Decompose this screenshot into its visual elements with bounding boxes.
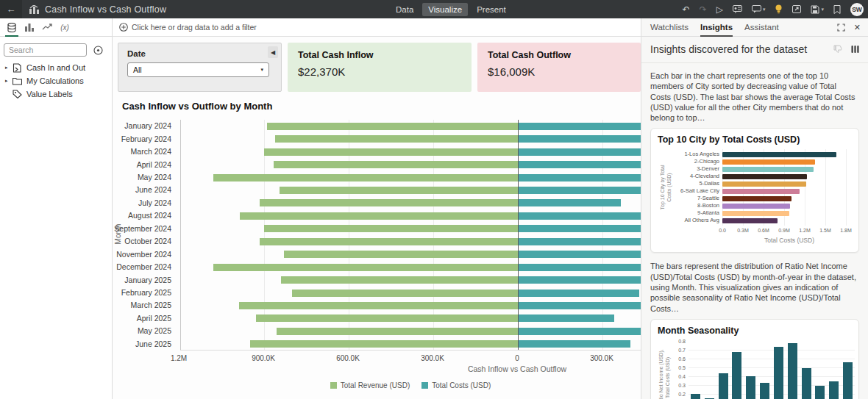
bar-total-revenue[interactable] xyxy=(267,123,518,130)
bar-total-costs[interactable] xyxy=(519,161,641,168)
bar-total-costs[interactable] xyxy=(519,264,641,271)
tab-assistant[interactable]: Assistant xyxy=(744,18,779,37)
bar-total-revenue[interactable] xyxy=(280,187,518,194)
search-input[interactable] xyxy=(4,43,87,57)
bar-segment[interactable] xyxy=(843,362,853,399)
bar-total-revenue[interactable] xyxy=(213,174,518,181)
kpi-total-cash-outflow[interactable]: Total Cash Outflow $16,009K xyxy=(477,43,641,92)
sidebar-item-cash-in-and-out[interactable]: ▸ Cash In and Out xyxy=(0,61,112,74)
insight-card-top10-city[interactable]: Top 10 City by Total Costs (USD) Top 10 … xyxy=(650,128,859,253)
bar-total-revenue[interactable] xyxy=(274,161,518,168)
bar-total-costs[interactable] xyxy=(519,328,641,335)
bar-total-costs[interactable] xyxy=(519,276,641,284)
save-icon[interactable]: ▾ xyxy=(811,5,824,14)
bar-segment[interactable] xyxy=(802,368,811,399)
tab-functions-panel[interactable]: (x) xyxy=(56,18,74,37)
target-icon[interactable] xyxy=(93,46,103,55)
tab-present[interactable]: Present xyxy=(471,3,512,16)
user-avatar[interactable]: SW xyxy=(850,3,864,16)
collapse-filter-button[interactable]: ◀ xyxy=(268,46,278,58)
close-icon[interactable]: ✕ xyxy=(854,23,861,32)
tab-data[interactable]: Data xyxy=(390,3,419,16)
bar-total-revenue[interactable] xyxy=(264,148,518,156)
bar-segment[interactable] xyxy=(722,211,789,216)
bar-total-costs[interactable] xyxy=(519,174,641,181)
bar-segment[interactable] xyxy=(719,373,728,399)
sidebar-item-value-labels[interactable]: Value Labels xyxy=(0,87,112,101)
undo-icon[interactable]: ↶ xyxy=(683,4,690,15)
bar-total-costs[interactable] xyxy=(519,225,641,232)
bar-segment[interactable] xyxy=(732,352,741,399)
bar-total-costs[interactable] xyxy=(519,123,641,130)
bar-total-costs[interactable] xyxy=(519,251,641,258)
bookmark-icon[interactable] xyxy=(833,5,841,14)
bar-total-costs[interactable] xyxy=(519,314,614,322)
bar-segment[interactable] xyxy=(722,152,836,157)
bar-total-revenue[interactable] xyxy=(260,238,518,245)
bar-total-costs[interactable] xyxy=(519,212,641,220)
bar-total-revenue[interactable] xyxy=(281,276,518,284)
bar-segment[interactable] xyxy=(722,159,815,165)
bar-total-costs[interactable] xyxy=(519,302,641,309)
legend-item[interactable]: Total Costs (USD) xyxy=(421,381,491,389)
bar-total-revenue[interactable] xyxy=(284,251,518,258)
fullscreen-icon[interactable] xyxy=(837,24,845,32)
comment-icon[interactable]: ▾ xyxy=(752,5,766,13)
bar-total-revenue[interactable] xyxy=(240,212,518,220)
bar-segment[interactable] xyxy=(722,196,791,201)
bar-total-costs[interactable] xyxy=(519,290,639,297)
bar-segment[interactable] xyxy=(746,376,755,399)
tab-insights[interactable]: Insights xyxy=(700,18,733,37)
bar-total-revenue[interactable] xyxy=(256,314,519,322)
bar-segment[interactable] xyxy=(760,383,769,399)
bar-total-revenue[interactable] xyxy=(264,225,518,232)
tab-visualize[interactable]: Visualize xyxy=(422,3,468,16)
thumbs-down-icon[interactable] xyxy=(833,45,842,54)
kpi-total-cash-inflow[interactable]: Total Cash Inflow $22,370K xyxy=(288,43,472,92)
play-icon[interactable]: ▷ xyxy=(716,4,723,15)
bar-total-revenue[interactable] xyxy=(260,199,518,206)
bar-total-costs[interactable] xyxy=(519,148,641,156)
bar-segment[interactable] xyxy=(722,167,814,172)
tab-data-panel[interactable] xyxy=(3,18,21,37)
bar-segment[interactable] xyxy=(722,181,806,187)
tab-visualizations-panel[interactable] xyxy=(21,18,38,37)
bar-total-costs[interactable] xyxy=(519,187,641,194)
date-filter-select[interactable]: All ▾ xyxy=(127,62,269,77)
bar-segment[interactable] xyxy=(722,174,807,179)
legend-label: Total Costs (USD) xyxy=(432,381,491,389)
bar-segment[interactable] xyxy=(722,204,790,209)
bar-segment[interactable] xyxy=(722,189,800,194)
caret-right-icon[interactable]: ▸ xyxy=(5,65,13,71)
topbar-actions: ↶ ↷ ▷ ▾ ▾ SW xyxy=(683,0,864,18)
insight-card-month-seasonality-ratio[interactable]: Month Seasonality Ratio Net Income (USD)… xyxy=(650,319,859,399)
bar-segment[interactable] xyxy=(722,218,778,223)
bar-total-revenue[interactable] xyxy=(239,302,519,309)
bar-segment[interactable] xyxy=(774,347,783,399)
bar-total-costs[interactable] xyxy=(519,135,641,143)
legend-item[interactable]: Total Revenue (USD) xyxy=(330,381,410,389)
popout-icon[interactable] xyxy=(792,5,801,13)
sidebar-item-my-calculations[interactable]: ▸ My Calculations xyxy=(0,74,112,87)
bar-total-revenue[interactable] xyxy=(213,264,518,271)
bar-total-revenue[interactable] xyxy=(292,290,518,297)
bar-segment[interactable] xyxy=(815,386,825,399)
column-settings-icon[interactable] xyxy=(851,45,859,54)
bar-total-revenue[interactable] xyxy=(277,328,518,335)
bar-segment[interactable] xyxy=(691,394,700,399)
tab-trends-panel[interactable] xyxy=(38,18,56,37)
bar-total-costs[interactable] xyxy=(519,340,630,348)
insights-bulb-icon[interactable] xyxy=(775,4,783,14)
bar-segment[interactable] xyxy=(788,343,797,399)
bar-total-costs[interactable] xyxy=(519,238,641,245)
filter-bar[interactable]: Click here or drag data to add a filter xyxy=(113,18,641,37)
data-canvas-icon[interactable] xyxy=(733,5,742,13)
tab-watchlists[interactable]: Watchlists xyxy=(650,18,689,37)
redo-icon[interactable]: ↷ xyxy=(700,4,707,15)
bar-total-costs[interactable] xyxy=(519,199,621,206)
back-button[interactable]: ← xyxy=(0,0,22,18)
caret-right-icon[interactable]: ▸ xyxy=(5,78,13,84)
bar-total-revenue[interactable] xyxy=(250,340,518,348)
bar-segment[interactable] xyxy=(829,381,839,399)
bar-total-revenue[interactable] xyxy=(275,135,518,143)
